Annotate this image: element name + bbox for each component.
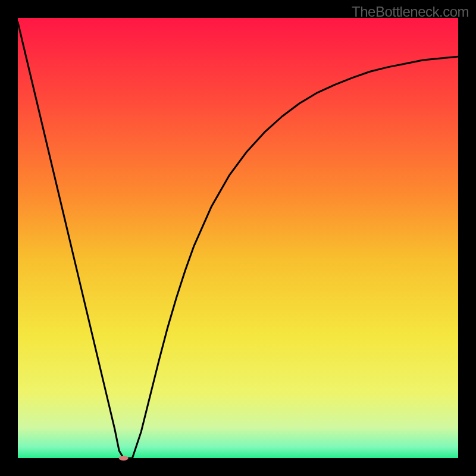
chart-frame: TheBottleneck.com <box>0 0 476 476</box>
plot-background <box>18 18 458 458</box>
bottleneck-chart <box>0 0 476 476</box>
attribution-text: TheBottleneck.com <box>352 4 469 20</box>
optimal-point-marker <box>119 456 129 461</box>
